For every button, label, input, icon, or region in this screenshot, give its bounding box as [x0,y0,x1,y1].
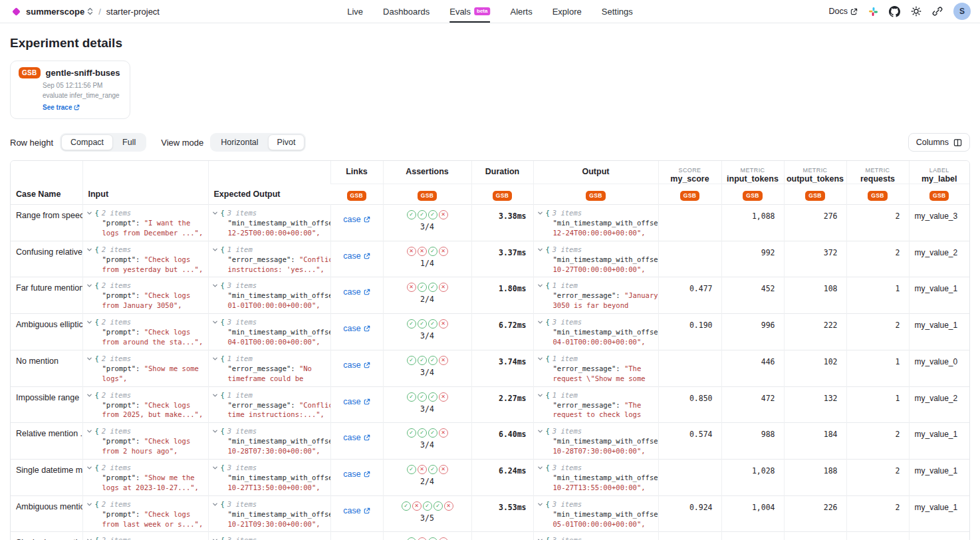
main-content: Experiment details GSB gentle-sniff-buse… [0,36,980,540]
expand-chevron-icon[interactable] [537,465,543,471]
expand-chevron-icon[interactable] [537,247,543,253]
expand-chevron-icon[interactable] [86,283,92,289]
expected-output-cell: {3 items"min_timestamp_with_offset"04-01… [208,314,330,350]
case-link[interactable]: case [343,251,370,261]
input-tokens-cell: 472 [721,386,784,423]
json-value: "Conflict: [299,401,330,409]
breadcrumb-project[interactable]: starter-project [106,7,160,17]
case-name: Range from speech [11,205,82,241]
case-link[interactable]: case [343,433,370,442]
expand-chevron-icon[interactable] [537,319,543,325]
avatar[interactable]: S [953,3,971,20]
main-nav: Live Dashboards Evals beta Alerts Explor… [347,0,633,23]
links-cell: case [330,350,383,386]
assertion-fail-icon: ✕ [439,283,448,292]
experiment-chip: GSB [743,191,762,201]
expand-chevron-icon[interactable] [212,356,218,362]
row-height-compact[interactable]: Compact [61,134,113,150]
json-brace: { [546,281,550,291]
experiment-task: evaluate infer_time_range [43,91,120,101]
expand-chevron-icon[interactable] [86,319,92,325]
nav-settings[interactable]: Settings [602,0,633,23]
json-brace: { [95,390,99,400]
expand-chevron-icon[interactable] [212,465,218,471]
assertion-fail-icon: ✕ [444,501,453,511]
expand-chevron-icon[interactable] [537,501,543,507]
links-cell: case [330,423,383,460]
case-link[interactable]: case [343,215,370,224]
score-cell: 0.0988 [658,532,721,540]
json-value: 05-01T00:00:00+00:00", [553,520,646,528]
assertions-score: 2/4 [384,295,471,304]
assertions-cell: ✓✓✓✕3/4 [383,205,471,241]
expand-chevron-icon[interactable] [212,537,218,540]
col-header-case-name: Case Name [11,161,82,205]
nav-alerts[interactable]: Alerts [510,0,532,23]
expand-chevron-icon[interactable] [86,465,92,471]
expand-chevron-icon[interactable] [86,501,92,507]
expand-chevron-icon[interactable] [537,283,543,289]
assertions-cell: ✓✓✓✕3/4 [383,423,471,460]
json-value: 10-28T07:30:00+00:00", [553,447,646,455]
col-header-input-tokens: METRICinput_tokens [721,161,784,184]
output-tokens-cell: 188 [784,460,846,496]
expand-chevron-icon[interactable] [537,392,543,398]
json-brace: { [95,426,99,436]
nav-live[interactable]: Live [347,0,363,23]
input-cell: {2 items"prompt": "Check logsfrom last w… [82,495,208,532]
nav-dashboards[interactable]: Dashboards [383,0,429,23]
assertions-score: 1/4 [384,259,471,268]
expand-chevron-icon[interactable] [212,392,218,398]
input-tokens-cell: 446 [721,350,784,386]
expand-chevron-icon[interactable] [86,356,92,362]
nav-evals[interactable]: Evals beta [449,0,490,23]
expand-chevron-icon[interactable] [537,537,543,540]
expand-chevron-icon[interactable] [86,428,92,434]
expand-chevron-icon[interactable] [86,537,92,540]
assertion-pass-icon: ✓ [407,210,416,219]
nav-explore[interactable]: Explore [552,0,582,23]
slack-icon[interactable] [868,7,878,17]
expand-chevron-icon[interactable] [86,392,92,398]
expand-chevron-icon[interactable] [212,210,218,216]
columns-button[interactable]: Columns [908,133,970,152]
case-link[interactable]: case [343,324,370,333]
json-brace: { [95,208,99,218]
json-brace: { [546,426,550,436]
expand-chevron-icon[interactable] [212,247,218,253]
view-mode-horizontal[interactable]: Horizontal [211,134,267,150]
json-items-count: 2 items [102,535,131,540]
expand-chevron-icon[interactable] [212,319,218,325]
row-height-label: Row height [10,138,53,148]
brand-name[interactable]: summerscope [26,7,84,17]
expand-chevron-icon[interactable] [537,210,543,216]
expand-chevron-icon[interactable] [86,210,92,216]
case-link[interactable]: case [343,360,370,370]
expand-chevron-icon[interactable] [86,247,92,253]
expand-chevron-icon[interactable] [212,283,218,289]
link-icon[interactable] [932,6,943,17]
case-link[interactable]: case [343,397,370,406]
json-items-count: 3 items [227,208,257,218]
workspace-switcher-icon[interactable] [87,7,93,15]
expand-chevron-icon[interactable] [537,356,543,362]
theme-toggle-sun-icon[interactable] [911,6,921,17]
assertion-fail-icon: ✕ [439,465,448,474]
external-link-icon [364,253,370,259]
json-items-count: 2 items [102,426,131,436]
case-link[interactable]: case [343,287,370,297]
view-mode-pivot[interactable]: Pivot [268,134,305,150]
case-link[interactable]: case [343,506,370,515]
json-key: "prompt": [102,328,144,336]
output-cell: {1 item"error_message": "Therequest \"Sh… [533,350,658,386]
case-link[interactable]: case [343,470,370,479]
expand-chevron-icon[interactable] [537,428,543,434]
docs-link[interactable]: Docs [829,7,858,16]
see-trace-link[interactable]: See trace [43,104,80,111]
json-key: "min_timestamp_with_offset" [228,291,331,299]
expand-chevron-icon[interactable] [212,428,218,434]
json-value: 10-21T09:30:00+00:00", [228,520,320,528]
expand-chevron-icon[interactable] [212,501,218,507]
row-height-full[interactable]: Full [113,134,145,150]
github-icon[interactable] [889,6,900,17]
